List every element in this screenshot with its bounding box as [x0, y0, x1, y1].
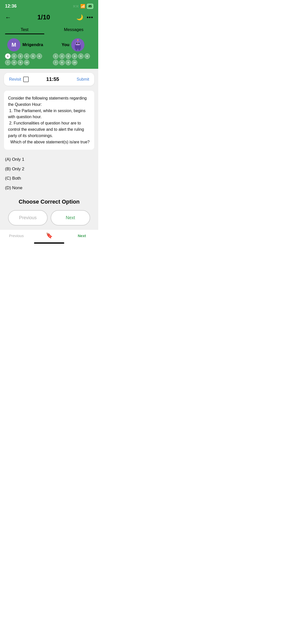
- svg-rect-3: [76, 43, 77, 44]
- page-counter: 1/10: [37, 13, 50, 21]
- revisit-checkbox[interactable]: [23, 77, 29, 82]
- control-card: Revisit 11:55 Submit: [4, 73, 94, 86]
- question-body: Consider the following statements regard…: [4, 91, 94, 150]
- choose-title: Choose Correct Option: [4, 199, 94, 205]
- player-right-info: You: [62, 38, 85, 51]
- option-a[interactable]: (A) Only 1: [5, 155, 93, 164]
- choose-section: Choose Correct Option: [4, 192, 94, 208]
- player-right: You: [53, 38, 93, 65]
- revisit-section: Revisit: [9, 77, 29, 82]
- dot-10: 10: [24, 60, 29, 65]
- rdot-9: 9: [65, 60, 71, 65]
- dark-mode-icon[interactable]: 🌙: [76, 14, 83, 21]
- previous-button-inline[interactable]: Previous: [8, 210, 48, 226]
- tab-test[interactable]: Test: [0, 24, 49, 34]
- question-text: Consider the following statements regard…: [8, 95, 90, 145]
- svg-rect-8: [76, 49, 77, 50]
- bookmark-button[interactable]: 🔖: [33, 232, 65, 239]
- players-section: M Mrigendra 1 2 3 4 5 6 7 8 9 10 You: [0, 34, 98, 69]
- dot-4: 4: [24, 53, 29, 59]
- next-nav-button[interactable]: Next: [65, 234, 98, 238]
- dot-1: 1: [5, 53, 11, 59]
- player-right-name: You: [62, 42, 70, 47]
- content-area: Revisit 11:55 Submit Consider the follow…: [0, 69, 98, 230]
- bookmark-icon: 🔖: [46, 232, 53, 239]
- nav-buttons-row: Previous Next: [4, 208, 94, 226]
- rdot-6: 6: [84, 53, 90, 59]
- rdot-3: 3: [65, 53, 71, 59]
- tab-messages[interactable]: Messages: [49, 24, 98, 34]
- revisit-button[interactable]: Revisit: [9, 77, 21, 82]
- bottom-bar: Previous 🔖 Next: [0, 230, 98, 240]
- player-left: M Mrigendra 1 2 3 4 5 6 7 8 9 10: [5, 38, 45, 65]
- back-button[interactable]: ←: [5, 14, 11, 21]
- svg-point-11: [77, 39, 79, 41]
- timer: 11:55: [46, 76, 59, 82]
- option-d[interactable]: (D) None: [5, 183, 93, 193]
- status-bar: 12:36 ⁙⁙ 📶 45: [0, 0, 98, 11]
- svg-rect-6: [73, 45, 75, 47]
- svg-rect-4: [78, 43, 80, 44]
- wifi-icon: 📶: [80, 4, 85, 9]
- dot-2: 2: [11, 53, 17, 59]
- dot-8: 8: [11, 60, 17, 65]
- header-actions: 🌙 •••: [76, 14, 93, 21]
- status-icons: ⁙⁙ 📶 45: [73, 4, 93, 9]
- rdot-10: 10: [72, 60, 77, 65]
- avatar-left: M: [7, 38, 20, 51]
- header: ← 1/10 🌙 •••: [0, 11, 98, 24]
- svg-rect-7: [81, 45, 83, 47]
- rdot-4: 4: [72, 53, 77, 59]
- dot-6: 6: [37, 53, 42, 59]
- question-dots-right: 1 2 3 4 5 6 7 8 9 10: [53, 53, 93, 65]
- dot-7: 7: [5, 60, 11, 65]
- rdot-8: 8: [59, 60, 65, 65]
- rdot-2: 2: [59, 53, 65, 59]
- next-button-inline[interactable]: Next: [51, 210, 90, 226]
- home-indicator: [34, 242, 64, 244]
- dot-9: 9: [18, 60, 23, 65]
- options-section: (A) Only 1 (B) Only 2 (C) Both (D) None: [4, 155, 94, 192]
- question-dots-left: 1 2 3 4 5 6 7 8 9 10: [5, 53, 45, 65]
- submit-button[interactable]: Submit: [77, 77, 89, 82]
- more-options-icon[interactable]: •••: [87, 14, 93, 21]
- svg-rect-9: [78, 49, 80, 50]
- rdot-5: 5: [78, 53, 84, 59]
- status-time: 12:36: [5, 4, 17, 9]
- svg-rect-5: [76, 44, 79, 45]
- rdot-1: 1: [53, 53, 58, 59]
- dot-3: 3: [18, 53, 23, 59]
- battery-badge: 45: [87, 4, 93, 9]
- player-left-info: M Mrigendra: [7, 38, 43, 51]
- signal-icon: ⁙⁙: [73, 4, 79, 8]
- rdot-7: 7: [53, 60, 58, 65]
- previous-nav-button[interactable]: Previous: [0, 234, 33, 238]
- dot-5: 5: [30, 53, 36, 59]
- svg-rect-1: [75, 45, 81, 49]
- avatar-right: [71, 38, 84, 51]
- player-left-name: Mrigendra: [22, 42, 43, 47]
- option-b[interactable]: (B) Only 2: [5, 164, 93, 174]
- tab-bar: Test Messages: [0, 24, 98, 34]
- option-c[interactable]: (C) Both: [5, 174, 93, 183]
